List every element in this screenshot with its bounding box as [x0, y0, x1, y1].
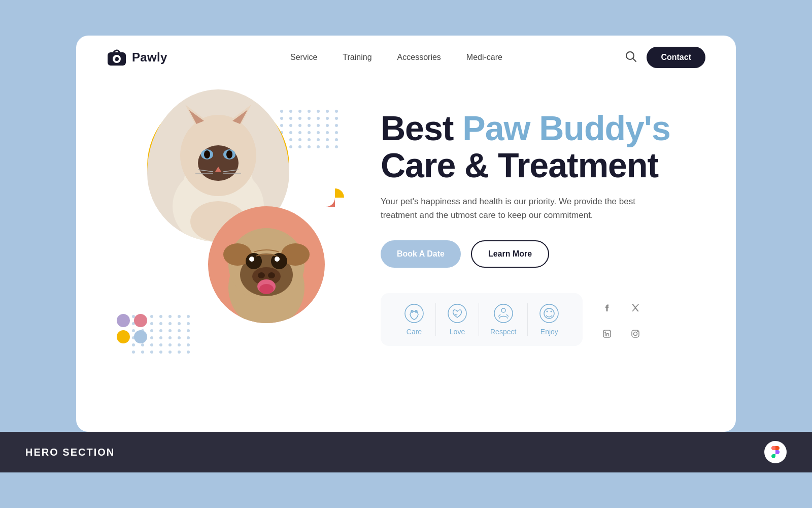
svg-point-17	[226, 150, 232, 158]
nav-training[interactable]: Training	[343, 53, 371, 62]
cdot-yellow	[117, 330, 130, 343]
logo-text: Pawly	[132, 50, 167, 65]
love-label: Love	[450, 328, 465, 336]
svg-point-31	[249, 257, 254, 262]
svg-point-41	[448, 304, 466, 323]
logo[interactable]: Pawly	[107, 47, 167, 68]
svg-point-44	[540, 304, 558, 323]
value-care: Care	[393, 303, 436, 336]
dot-grid-top: (function(){ const g = document.currentS…	[280, 110, 340, 148]
main-card: Pawly Service Training Accessories Medi-…	[76, 36, 736, 432]
heading-care: Care & Treatment	[381, 146, 658, 184]
svg-point-47	[551, 311, 552, 312]
values-social-row: Care Love	[381, 293, 705, 346]
svg-point-43	[501, 308, 505, 312]
love-icon	[447, 303, 467, 324]
svg-point-46	[547, 311, 548, 312]
hero-heading: Best Paw Buddy's Care & Treatment	[381, 110, 705, 184]
hero-section: (function(){ const g = document.currentS…	[76, 79, 736, 415]
twitter-icon[interactable]	[626, 298, 645, 316]
social-row-top	[598, 298, 645, 316]
care-icon	[404, 303, 424, 324]
svg-point-49	[604, 332, 606, 333]
hero-content: Best Paw Buddy's Care & Treatment Your p…	[370, 89, 705, 346]
hero-images: (function(){ const g = document.currentS…	[107, 89, 350, 384]
svg-point-3	[115, 57, 116, 58]
cdot-pink	[134, 314, 147, 327]
heading-best: Best	[381, 109, 462, 147]
logo-icon	[107, 47, 127, 68]
nav-links: Service Training Accessories Medi-care	[290, 53, 502, 62]
hero-buttons: Book A Date Learn More	[381, 240, 705, 268]
svg-point-35	[268, 272, 275, 278]
nav-actions: Contact	[625, 47, 705, 68]
facebook-icon[interactable]	[598, 298, 616, 316]
heading-accent: Paw Buddy's	[462, 109, 670, 147]
social-icons	[598, 293, 645, 343]
nav-accessories[interactable]: Accessories	[397, 53, 441, 62]
contact-button[interactable]: Contact	[647, 47, 705, 68]
respect-label: Respect	[490, 328, 516, 336]
outer-wrapper: Pawly Service Training Accessories Medi-…	[0, 0, 812, 508]
instagram-icon[interactable]	[626, 325, 645, 343]
book-date-button[interactable]: Book A Date	[381, 240, 461, 268]
values-card: Care Love	[381, 293, 583, 346]
value-respect: Respect	[479, 303, 528, 336]
hero-subtext: Your pet's happiness and health is our p…	[381, 195, 655, 222]
value-enjoy: Enjoy	[528, 303, 570, 336]
svg-point-53	[637, 331, 638, 332]
bottom-bar: HERO SECTION	[0, 432, 812, 472]
social-row-bottom	[598, 325, 645, 343]
bottom-label: HERO SECTION	[25, 447, 115, 458]
svg-point-37	[259, 284, 274, 294]
search-icon	[625, 51, 636, 62]
value-love: Love	[436, 303, 479, 336]
enjoy-icon	[539, 303, 559, 324]
learn-more-button[interactable]: Learn More	[471, 240, 549, 268]
enjoy-label: Enjoy	[540, 328, 558, 336]
cdot-purple	[117, 314, 130, 327]
svg-point-32	[275, 257, 280, 262]
respect-icon	[493, 303, 514, 324]
deco-shape-top	[326, 188, 344, 207]
figma-badge[interactable]	[764, 441, 787, 463]
color-dots-decoration	[117, 314, 148, 343]
cdot-blue	[134, 330, 147, 343]
linkedin-icon[interactable]	[598, 325, 616, 343]
svg-point-52	[634, 332, 637, 336]
svg-point-16	[204, 150, 210, 158]
nav-medicare[interactable]: Medi-care	[466, 53, 502, 62]
navbar: Pawly Service Training Accessories Medi-…	[76, 36, 736, 79]
dog-illustration	[208, 206, 325, 323]
svg-point-34	[258, 272, 265, 278]
svg-point-42	[494, 304, 513, 323]
svg-line-5	[633, 58, 636, 61]
care-label: Care	[407, 328, 422, 336]
search-button[interactable]	[625, 51, 636, 65]
dog-image-circle	[208, 206, 325, 323]
nav-service[interactable]: Service	[290, 53, 317, 62]
